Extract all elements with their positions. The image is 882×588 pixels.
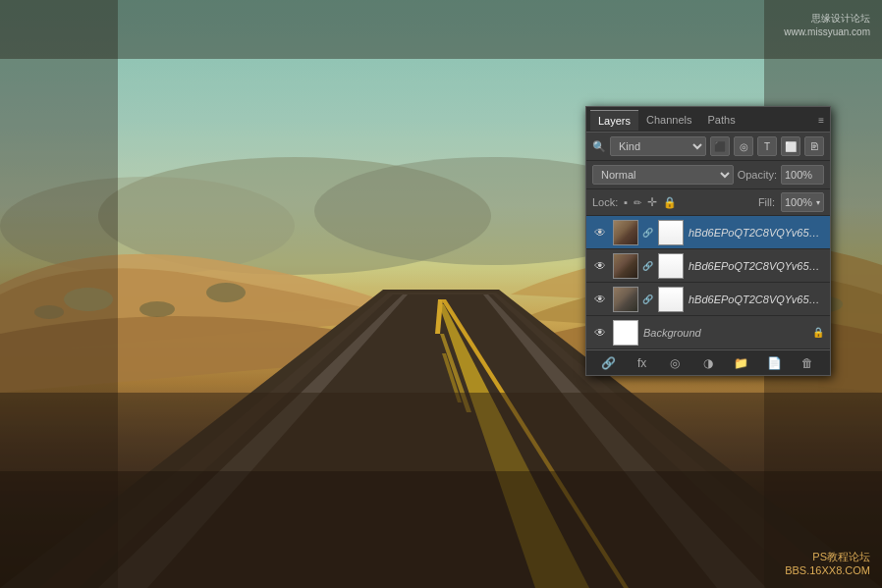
panel-footer: 🔗 fx ◎ ◑ 📁 📄 🗑 xyxy=(586,349,830,375)
text-filter-icon[interactable]: T xyxy=(757,136,777,156)
panel-menu-icon[interactable]: ≡ xyxy=(818,114,824,125)
watermark-site-name: 思缘设计论坛 xyxy=(784,12,870,26)
layer-mask-thumbnail xyxy=(658,220,684,245)
lock-all-icon[interactable]: 🔒 xyxy=(663,196,677,209)
layer-mask-thumbnail xyxy=(658,253,684,279)
new-group-icon[interactable]: 📁 xyxy=(733,354,750,372)
layers-list: 👁 🔗 hBd6EPoQT2C8VQYv65ys... 👁 🔗 hBd6EPoQ… xyxy=(586,216,830,349)
tab-paths[interactable]: Paths xyxy=(700,110,744,130)
shape-filter-icon[interactable]: ⬜ xyxy=(781,136,800,156)
layer-style-icon[interactable]: fx xyxy=(634,354,651,372)
blend-mode-select[interactable]: Normal Multiply Screen Overlay xyxy=(592,165,734,185)
lock-label: Lock: xyxy=(592,196,618,208)
adjustment-filter-icon[interactable]: ◎ xyxy=(734,136,753,156)
kind-select[interactable]: Kind xyxy=(610,136,706,156)
layer-thumbnail xyxy=(613,253,638,279)
layer-thumbnail xyxy=(613,220,638,245)
kind-row: 🔍 Kind ⬛ ◎ T ⬜ 🖹 xyxy=(586,133,830,161)
layer-visibility-toggle[interactable]: 👁 xyxy=(592,325,608,341)
watermark-forum-name: PS教程论坛 xyxy=(785,550,870,564)
new-layer-icon[interactable]: 📄 xyxy=(765,354,783,372)
blend-row: Normal Multiply Screen Overlay Opacity: … xyxy=(586,161,830,189)
layer-locked-icon: 🔒 xyxy=(812,327,824,338)
watermark-bottom: PS教程论坛 BBS.16XX8.COM xyxy=(785,550,870,576)
layer-visibility-toggle[interactable]: 👁 xyxy=(592,225,608,241)
layer-thumbnail xyxy=(613,320,638,346)
layer-mask-icon[interactable]: ◎ xyxy=(666,354,684,372)
smart-filter-icon[interactable]: 🖹 xyxy=(804,136,824,156)
layer-link-icon: 🔗 xyxy=(643,261,651,271)
opacity-label: Opacity: xyxy=(738,169,777,181)
tab-layers[interactable]: Layers xyxy=(590,110,638,131)
pixel-filter-icon[interactable]: ⬛ xyxy=(710,136,730,156)
lock-paint-icon[interactable]: ✏ xyxy=(634,197,641,208)
layer-link-icon: 🔗 xyxy=(643,294,651,304)
adjustment-layer-icon[interactable]: ◑ xyxy=(699,354,717,372)
layer-link-icon: 🔗 xyxy=(643,228,651,238)
fill-arrow: ▾ xyxy=(816,198,820,207)
lock-row: Lock: ▪ ✏ ✛ 🔒 Fill: 100% ▾ xyxy=(586,189,830,216)
fill-input[interactable]: 100% ▾ xyxy=(781,192,824,212)
layer-row[interactable]: 👁 Background 🔒 xyxy=(586,316,830,349)
layer-name: Background xyxy=(643,327,807,339)
tab-channels[interactable]: Channels xyxy=(638,110,699,130)
opacity-input[interactable]: 100% xyxy=(781,165,824,185)
layer-visibility-toggle[interactable]: 👁 xyxy=(592,258,608,274)
layers-panel: Layers Channels Paths ≡ 🔍 Kind ⬛ ◎ T ⬜ 🖹… xyxy=(585,106,831,376)
layer-thumbnail xyxy=(613,287,638,312)
filter-icon: 🔍 xyxy=(592,140,606,153)
link-layers-icon[interactable]: 🔗 xyxy=(600,354,618,372)
panel-tabs: Layers Channels Paths ≡ xyxy=(586,107,830,133)
layer-row[interactable]: 👁 🔗 hBd6EPoQT2C8VQYv65ys... xyxy=(586,249,830,283)
layer-mask-thumbnail xyxy=(658,287,684,312)
delete-layer-icon[interactable]: 🗑 xyxy=(799,354,816,372)
fill-label: Fill: xyxy=(758,196,775,208)
layer-name: hBd6EPoQT2C8VQYv65ys... xyxy=(689,260,824,272)
watermark-forum-url: BBS.16XX8.COM xyxy=(785,564,870,576)
layer-name: hBd6EPoQT2C8VQYv65ys... xyxy=(689,294,824,305)
layer-row[interactable]: 👁 🔗 hBd6EPoQT2C8VQYv65ys... xyxy=(586,283,830,316)
watermark-top: 思缘设计论坛 www.missyuan.com xyxy=(784,12,870,39)
lock-position-icon[interactable]: ✛ xyxy=(647,195,657,209)
layer-row[interactable]: 👁 🔗 hBd6EPoQT2C8VQYv65ys... xyxy=(586,216,830,249)
layer-visibility-toggle[interactable]: 👁 xyxy=(592,292,608,307)
watermark-url: www.missyuan.com xyxy=(784,26,870,39)
lock-pixel-icon[interactable]: ▪ xyxy=(624,196,628,208)
layer-name: hBd6EPoQT2C8VQYv65ys... xyxy=(689,227,824,239)
